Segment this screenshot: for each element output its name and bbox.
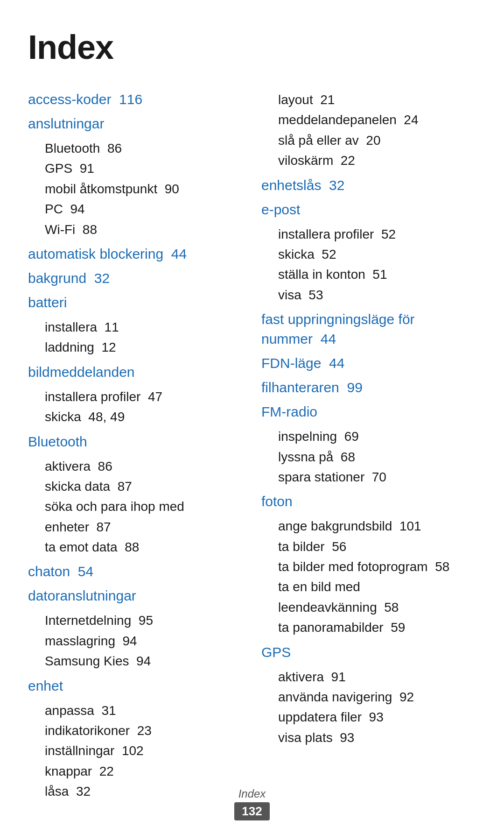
section-heading: batteri (28, 295, 67, 310)
section-heading: e-post (261, 202, 300, 217)
section-heading: datoranslutningar (28, 588, 136, 603)
section-heading: enhetslås 32 (261, 177, 344, 193)
index-section: enhetslås 32 (261, 176, 476, 195)
sub-entry: ta panoramabilder 59 (261, 617, 476, 637)
index-section: FDN-läge 44 (261, 353, 476, 373)
sub-entry: använda navigering 92 (261, 687, 476, 707)
sub-entry: visa 53 (261, 285, 476, 305)
sub-entry: installera 11 (28, 317, 243, 337)
index-section: chaton 54 (28, 562, 243, 581)
sub-entry: masslagring 94 (28, 631, 243, 651)
footer-label: Index (0, 787, 504, 800)
sub-entries: Bluetooth 86GPS 91mobil åtkomstpunkt 90P… (28, 138, 243, 240)
index-section: access-koder 116 (28, 90, 243, 109)
sub-entry: GPS 91 (28, 158, 243, 178)
index-section: fast uppringningsläge för nummer 44 (261, 310, 476, 349)
sub-entries: anpassa 31indikatorikoner 23inställninga… (28, 700, 243, 802)
sub-entry: skicka data 87 (28, 476, 243, 496)
sub-entry: laddning 12 (28, 337, 243, 357)
sub-entry: inställningar 102 (28, 741, 243, 761)
sub-entry: skicka 48, 49 (28, 407, 243, 427)
section-heading: FM-radio (261, 404, 317, 419)
sub-entry: ställa in konton 51 (261, 264, 476, 284)
sub-entry: meddelandepanelen 24 (261, 110, 476, 130)
sub-entry: skicka 52 (261, 244, 476, 264)
sub-entry: Bluetooth 86 (28, 138, 243, 158)
section-heading: anslutningar (28, 116, 104, 131)
section-heading: foton (261, 494, 293, 509)
sub-entries: ange bakgrundsbild 101ta bilder 56ta bil… (261, 516, 476, 637)
index-section: bakgrund 32 (28, 269, 243, 288)
sub-entry: ta bilder 56 (261, 537, 476, 557)
sub-entry: söka och para ihop med enheter 87 (28, 496, 243, 537)
index-columns: access-koder 116anslutningarBluetooth 86… (28, 90, 476, 806)
page-footer: Index 132 (0, 787, 504, 820)
sub-entries: installera profiler 47skicka 48, 49 (28, 387, 243, 427)
section-heading: automatisk blockering 44 (28, 246, 187, 262)
section-heading: Bluetooth (28, 434, 87, 449)
page-title: Index (28, 28, 476, 66)
sub-entry: ange bakgrundsbild 101 (261, 516, 476, 536)
sub-entry: mobil åtkomstpunkt 90 (28, 179, 243, 199)
sub-entry: spara stationer 70 (261, 467, 476, 487)
sub-entry: installera profiler 47 (28, 387, 243, 407)
section-heading: access-koder 116 (28, 92, 142, 107)
section-heading: FDN-läge 44 (261, 355, 344, 371)
sub-entries: inspelning 69lyssna på 68spara stationer… (261, 426, 476, 487)
sub-entries: Internetdelning 95masslagring 94Samsung … (28, 610, 243, 671)
footer-page-number: 132 (234, 802, 269, 820)
sub-entry: layout 21 (261, 90, 476, 110)
sub-entry: ta bilder med fotoprogram 58 (261, 557, 476, 577)
section-heading: bakgrund 32 (28, 270, 110, 286)
sub-entries: installera profiler 52skicka 52ställa in… (261, 224, 476, 305)
sub-entry: anpassa 31 (28, 700, 243, 721)
sub-entry: aktivera 91 (261, 667, 476, 687)
index-section: batteri (28, 293, 243, 312)
index-section: automatisk blockering 44 (28, 244, 243, 264)
sub-entry: slå på eller av 20 (261, 130, 476, 150)
index-section: Bluetooth (28, 432, 243, 452)
section-heading: fast uppringningsläge för nummer 44 (261, 311, 415, 346)
index-section: FM-radio (261, 402, 476, 422)
section-heading: filhanteraren 99 (261, 380, 363, 395)
section-heading: enhet (28, 678, 63, 693)
sub-entry: visa plats 93 (261, 728, 476, 748)
index-section: datoranslutningar (28, 586, 243, 606)
sub-entry: Wi-Fi 88 (28, 219, 243, 240)
sub-entry: indikatorikoner 23 (28, 721, 243, 741)
index-section: e-post (261, 200, 476, 219)
index-section: foton (261, 492, 476, 511)
sub-entry: PC 94 (28, 199, 243, 219)
index-section: filhanteraren 99 (261, 378, 476, 397)
sub-entry: aktivera 86 (28, 456, 243, 476)
left-column: access-koder 116anslutningarBluetooth 86… (28, 90, 261, 806)
sub-entries: aktivera 86skicka data 87söka och para i… (28, 456, 243, 558)
sub-entry: viloskärm 22 (261, 150, 476, 170)
sub-entry: ta emot data 88 (28, 537, 243, 557)
section-heading: bildmeddelanden (28, 364, 135, 380)
section-heading: GPS (261, 644, 291, 660)
sub-entry: uppdatera filer 93 (261, 707, 476, 727)
section-heading: chaton 54 (28, 564, 93, 579)
sub-entry: Internetdelning 95 (28, 610, 243, 630)
index-section: anslutningar (28, 114, 243, 134)
sub-entry: Samsung Kies 94 (28, 651, 243, 671)
sub-entries: installera 11laddning 12 (28, 317, 243, 358)
index-section: GPS (261, 643, 476, 662)
index-section: bildmeddelanden (28, 362, 243, 382)
right-column: layout 21meddelandepanelen 24slå på elle… (261, 90, 476, 806)
sub-entries-plain: layout 21meddelandepanelen 24slå på elle… (261, 90, 476, 171)
sub-entry: inspelning 69 (261, 426, 476, 446)
index-section: enhet (28, 676, 243, 696)
sub-entry: installera profiler 52 (261, 224, 476, 244)
sub-entry: lyssna på 68 (261, 447, 476, 467)
sub-entry: ta en bild med leendeavkänning 58 (261, 577, 476, 617)
sub-entry: knappar 22 (28, 761, 243, 781)
sub-entries: aktivera 91använda navigering 92uppdater… (261, 667, 476, 748)
